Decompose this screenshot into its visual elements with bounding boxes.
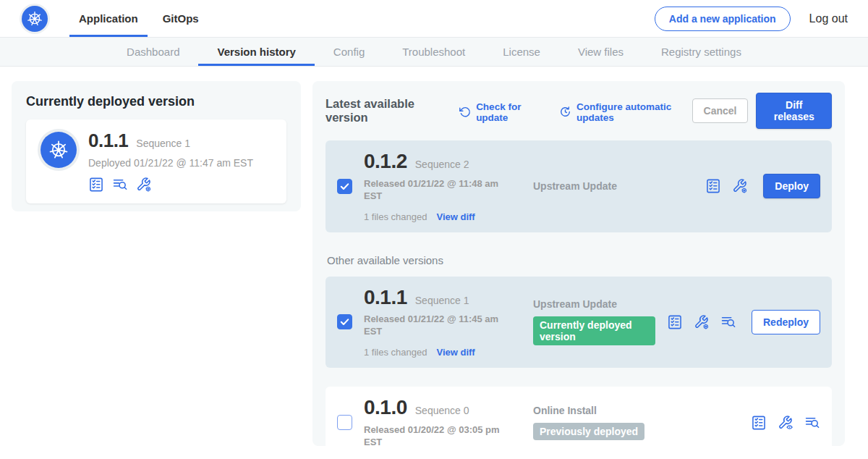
logout-button[interactable]: Log out <box>809 12 848 25</box>
version-checkbox[interactable] <box>337 179 352 194</box>
preflight-checks-icon[interactable] <box>751 415 767 431</box>
deploy-logs-icon[interactable] <box>804 415 820 431</box>
preflight-checks-icon[interactable] <box>667 314 683 330</box>
version-info: 0.1.1 Sequence 1 Released 01/21/22 @ 11:… <box>364 287 522 358</box>
sequence-label: Sequence 2 <box>415 159 469 170</box>
version-checkbox[interactable] <box>337 415 352 430</box>
version-actions: Deploy <box>705 174 820 198</box>
latest-available-title: Latest available version <box>326 97 443 125</box>
version-source: Upstream Update <box>533 180 694 192</box>
check-for-update-label: Check for update <box>476 101 543 123</box>
subnav-tab-config[interactable]: Config <box>315 38 383 66</box>
deployed-version-actions <box>88 177 253 193</box>
deploy-logs-icon[interactable] <box>720 314 736 330</box>
preflight-checks-icon[interactable] <box>88 177 104 193</box>
version-info: 0.1.0 Sequence 0 Released 01/20/22 @ 03:… <box>364 397 522 449</box>
admin-console-window: Application GitOps Add a new application… <box>0 0 868 459</box>
view-diff-link[interactable]: View diff <box>436 347 475 358</box>
deployed-sequence-label: Sequence 1 <box>136 138 190 149</box>
redeploy-button[interactable]: Redeploy <box>752 310 820 334</box>
deployed-version-card: 0.1.1 Sequence 1 Deployed 01/21/22 @ 11:… <box>26 119 286 203</box>
subnav-tab-troubleshoot[interactable]: Troubleshoot <box>383 38 484 66</box>
subnav-tab-dashboard[interactable]: Dashboard <box>108 38 198 66</box>
top-nav: Application GitOps Add a new application… <box>0 0 868 38</box>
subnav-tab-view-files[interactable]: View files <box>559 38 642 66</box>
version-source: Upstream Update Currently deployed versi… <box>533 298 655 345</box>
version-number: 0.1.0 <box>364 397 407 419</box>
currently-deployed-badge: Currently deployed version <box>533 316 655 345</box>
sub-nav: Dashboard Version history Config Trouble… <box>0 38 868 67</box>
version-actions <box>751 415 820 431</box>
version-source-label: Upstream Update <box>533 180 694 192</box>
deploy-logs-icon[interactable] <box>112 177 128 193</box>
released-timestamp: Released 01/20/22 @ 03:05 pm EST <box>364 424 509 449</box>
other-available-versions-title: Other available versions <box>327 254 830 266</box>
configure-automatic-updates-label: Configure automatic updates <box>576 101 692 123</box>
checkmark-icon <box>339 316 350 327</box>
released-timestamp: Released 01/21/22 @ 11:48 am EST <box>364 178 509 203</box>
kubernetes-logo <box>22 6 48 32</box>
sequence-label: Sequence 0 <box>415 405 469 416</box>
subnav-tab-version-history[interactable]: Version history <box>198 38 314 66</box>
edit-config-icon[interactable] <box>694 314 710 330</box>
tab-gitops[interactable]: GitOps <box>153 0 208 37</box>
currently-deployed-title: Currently deployed version <box>26 94 286 109</box>
version-number: 0.1.1 <box>364 287 407 309</box>
sequence-label: Sequence 1 <box>415 295 469 306</box>
latest-version-header: Latest available version Check for updat… <box>326 93 832 129</box>
app-tabs: Application GitOps <box>69 0 214 37</box>
view-diff-link[interactable]: View diff <box>436 211 475 222</box>
check-for-update-link[interactable]: Check for update <box>459 101 543 123</box>
version-info: 0.1.2 Sequence 2 Released 01/21/22 @ 11:… <box>364 151 522 222</box>
version-actions: Redeploy <box>667 310 820 334</box>
refresh-icon <box>459 106 471 118</box>
version-row-0-1-1: 0.1.1 Sequence 1 Released 01/21/22 @ 11:… <box>326 277 832 369</box>
auto-update-icon <box>559 106 571 118</box>
tab-application[interactable]: Application <box>69 0 148 37</box>
top-nav-right: Add a new application Log out <box>655 0 868 37</box>
version-row-0-1-2: 0.1.2 Sequence 2 Released 01/21/22 @ 11:… <box>326 140 832 232</box>
version-source: Online Install Previously deployed <box>533 405 739 440</box>
version-source-label: Upstream Update <box>533 298 655 310</box>
released-timestamp: Released 01/21/22 @ 11:45 am EST <box>364 313 509 338</box>
version-row-0-1-0: 0.1.0 Sequence 0 Released 01/20/22 @ 03:… <box>326 387 832 459</box>
deploy-button[interactable]: Deploy <box>763 174 820 198</box>
kubernetes-helm-icon <box>26 10 43 28</box>
deployed-version-number: 0.1.1 <box>88 130 128 151</box>
kubernetes-helm-icon <box>48 139 69 161</box>
view-config-icon[interactable] <box>778 415 793 431</box>
preflight-checks-icon[interactable] <box>705 178 721 194</box>
deployed-timestamp: Deployed 01/21/22 @ 11:47 am EST <box>88 157 253 169</box>
currently-deployed-panel: Currently deployed version 0.1.1 Sequenc… <box>12 81 301 211</box>
previously-deployed-badge: Previously deployed <box>533 423 644 440</box>
diff-releases-button[interactable]: Diff releases <box>756 93 832 129</box>
configure-automatic-updates-link[interactable]: Configure automatic updates <box>559 101 692 123</box>
version-checkbox[interactable] <box>337 314 352 329</box>
main-content: Currently deployed version 0.1.1 Sequenc… <box>0 67 868 459</box>
version-number: 0.1.2 <box>364 151 407 173</box>
deployed-version-info: 0.1.1 Sequence 1 Deployed 01/21/22 @ 11:… <box>88 130 253 193</box>
files-changed-label: 1 files changed <box>364 347 427 358</box>
checkmark-icon <box>339 181 350 192</box>
edit-config-icon[interactable] <box>136 177 152 193</box>
add-new-application-button[interactable]: Add a new application <box>655 7 791 31</box>
app-logo <box>41 132 77 168</box>
files-changed-label: 1 files changed <box>364 211 427 222</box>
cancel-button[interactable]: Cancel <box>692 98 749 123</box>
edit-config-icon[interactable] <box>732 178 748 194</box>
version-source-label: Online Install <box>533 405 739 416</box>
version-history-panel: Latest available version Check for updat… <box>312 81 845 446</box>
subnav-tab-registry-settings[interactable]: Registry settings <box>642 38 760 66</box>
subnav-tab-license[interactable]: License <box>484 38 559 66</box>
